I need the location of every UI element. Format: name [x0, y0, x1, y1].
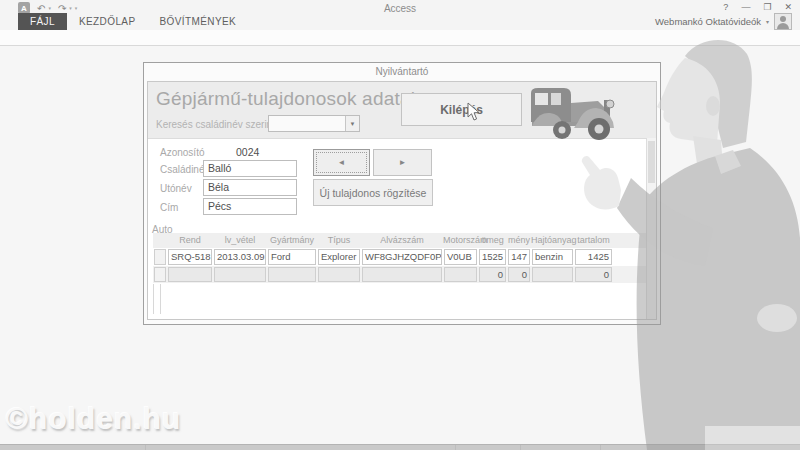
col-header-purchase[interactable]: lv_vétel — [213, 233, 267, 248]
form-header: Gépjármű-tulajdonosok adatai Keresés csa… — [148, 82, 656, 139]
table-cell[interactable]: 1525 — [479, 249, 506, 265]
table-cell[interactable] — [362, 267, 442, 282]
next-record-button[interactable]: ► — [373, 149, 432, 176]
table-header-selector — [153, 233, 167, 248]
col-header-fuel[interactable]: Hajtóanyag — [531, 233, 574, 248]
firstname-field[interactable]: Béla — [203, 179, 297, 196]
table-cell[interactable] — [532, 267, 573, 282]
tab-file[interactable]: FÁJL — [18, 13, 67, 31]
new-row-selector[interactable] — [154, 267, 166, 282]
search-label: Keresés családinév szerint: — [156, 119, 278, 130]
table-cell[interactable]: 0 — [575, 267, 612, 282]
ribbon-tabs: FÁJL KEZDŐLAP BŐVÍTMÉNYEK — [18, 13, 248, 31]
form-title: Gépjármű-tulajdonosok adatai — [156, 88, 415, 110]
help-icon[interactable]: ? — [723, 2, 728, 12]
col-header-chassis[interactable]: Alvázszám — [361, 233, 443, 248]
collapsed-ribbon — [0, 30, 800, 46]
table-cell[interactable]: 0 — [479, 267, 506, 282]
address-field[interactable]: Pécs — [203, 198, 297, 215]
col-header-weight[interactable]: ömeg — [478, 233, 507, 248]
table-cell[interactable]: V0UB — [444, 249, 477, 265]
address-label: Cím — [160, 202, 178, 213]
redo-dropdown-icon[interactable]: ▾ — [69, 5, 72, 11]
table-cell[interactable] — [168, 267, 212, 282]
col-header-type[interactable]: Típus — [317, 233, 361, 248]
mouse-cursor-icon — [467, 102, 481, 122]
vehicle-table: Rend lv_vétel Gyártmány Típus Alvázszám … — [153, 233, 646, 283]
table-cell[interactable] — [268, 267, 316, 282]
form-scrollbar[interactable] — [646, 138, 656, 319]
col-header-engine[interactable]: Motorszám — [443, 233, 478, 248]
table-cell[interactable]: Ford — [268, 249, 316, 265]
table-cell[interactable]: SRQ-518 — [168, 249, 212, 265]
lastname-field[interactable]: Balló — [203, 160, 297, 177]
id-value[interactable]: 0024 — [236, 146, 259, 158]
account-avatar[interactable] — [774, 13, 792, 30]
table-cell[interactable]: 147 — [508, 249, 530, 265]
form-window: Nyilvántartó Gépjármű-tulajdonosok adata… — [143, 62, 661, 325]
exit-button[interactable]: Kilépés — [401, 93, 522, 126]
qat-customize-icon[interactable]: ▾ — [75, 5, 78, 11]
col-header-capacity[interactable]: tartalom — [574, 233, 613, 248]
col-header-plate[interactable]: Rend — [167, 233, 213, 248]
redo-icon[interactable]: ↷ — [58, 3, 66, 14]
tab-addins[interactable]: BŐVÍTMÉNYEK — [148, 13, 249, 31]
form-window-title: Nyilvántartó — [144, 66, 660, 77]
account-menu[interactable]: Webmankó Oktatóvideók ▾ — [655, 13, 792, 30]
watermark: ©holden.hu — [6, 402, 181, 436]
undo-dropdown-icon[interactable]: ▾ — [48, 5, 51, 11]
account-name: Webmankó Oktatóvideók — [655, 16, 761, 27]
table-cell[interactable]: benzin — [532, 249, 573, 265]
table-cell[interactable] — [214, 267, 266, 282]
restore-icon[interactable]: ❐ — [763, 2, 771, 12]
table-cell[interactable]: WF8GJHZQDF0P8 — [362, 249, 442, 265]
window-controls: ? — ❐ ✕ — [723, 2, 792, 12]
table-cell[interactable]: Explorer — [318, 249, 360, 265]
firstname-label: Utónév — [160, 183, 192, 194]
vintage-car-image — [526, 85, 618, 142]
table-cell[interactable] — [318, 267, 360, 282]
previous-record-button[interactable]: ◄ — [313, 149, 370, 176]
account-caret-icon: ▾ — [766, 18, 769, 25]
subform-left-edge — [153, 284, 161, 314]
form-body: Gépjármű-tulajdonosok adatai Keresés csa… — [147, 81, 657, 320]
scrollbar-thumb[interactable] — [648, 141, 655, 183]
table-cell[interactable]: 0 — [508, 267, 530, 282]
tab-home[interactable]: KEZDŐLAP — [67, 13, 148, 31]
table-cell[interactable] — [444, 267, 477, 282]
table-cell[interactable]: 2013.03.09. — [214, 249, 266, 265]
new-owner-button[interactable]: Új tulajdonos rögzítése — [313, 179, 433, 206]
id-label: Azonosító — [160, 147, 204, 158]
row-selector[interactable] — [154, 249, 166, 265]
status-bar — [0, 444, 800, 450]
undo-icon[interactable]: ↶ — [37, 3, 45, 14]
close-icon[interactable]: ✕ — [784, 2, 792, 12]
search-combobox[interactable]: ▼ — [268, 115, 360, 132]
app-titlebar: Access A ↶▾ ↷▾ ▾ ? — ❐ ✕ FÁJL KEZDŐLAP B… — [0, 0, 800, 30]
col-header-make[interactable]: Gyártmány — [267, 233, 317, 248]
col-header-power[interactable]: mény — [507, 233, 531, 248]
minimize-icon[interactable]: — — [741, 2, 750, 12]
combo-dropdown-icon[interactable]: ▼ — [345, 116, 359, 131]
table-cell[interactable]: 1425 — [575, 249, 612, 265]
next-arrow-icon: ► — [399, 158, 407, 167]
